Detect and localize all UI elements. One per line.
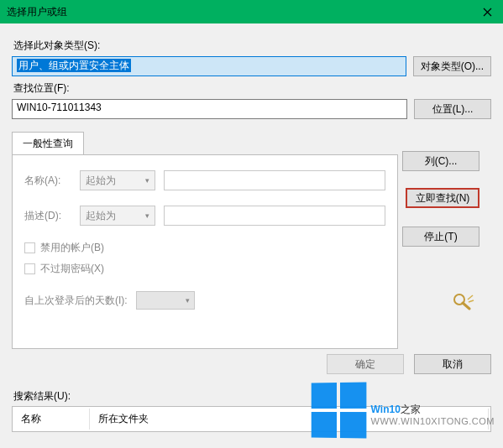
- name-condition-combo[interactable]: 起始为 ▾: [80, 170, 155, 190]
- object-type-field[interactable]: 用户、组或内置安全主体: [12, 56, 406, 76]
- ok-button[interactable]: 确定: [327, 354, 404, 374]
- search-icon: [451, 292, 474, 313]
- find-now-button[interactable]: 立即查找(N): [406, 188, 479, 208]
- chevron-down-icon: ▾: [145, 211, 149, 220]
- location-label: 查找位置(F):: [13, 81, 491, 96]
- stop-button[interactable]: 停止(T): [402, 227, 479, 247]
- non-expiring-checkbox[interactable]: [24, 263, 35, 274]
- watermark-title: Win10之家: [371, 394, 495, 417]
- watermark: Win10之家 WWW.WIN10XITONG.COM: [311, 383, 495, 438]
- close-icon: [483, 8, 492, 17]
- common-queries-panel: 名称(A): 起始为 ▾ 描述(D): 起始为 ▾ 禁用的帐户(B): [12, 154, 398, 349]
- days-since-logon-combo[interactable]: ▾: [136, 291, 195, 310]
- windows-logo-icon: [311, 382, 366, 438]
- description-input[interactable]: [164, 206, 385, 226]
- description-label: 描述(D):: [24, 209, 71, 223]
- titlebar: 选择用户或组: [0, 0, 503, 23]
- columns-button[interactable]: 列(C)...: [402, 151, 479, 171]
- dialog-body: 选择此对象类型(S): 用户、组或内置安全主体 对象类型(O)... 查找位置(…: [0, 23, 503, 432]
- chevron-down-icon: ▾: [186, 296, 190, 305]
- days-since-logon-label: 自上次登录后的天数(I):: [24, 294, 128, 308]
- object-types-button[interactable]: 对象类型(O)...: [413, 56, 491, 76]
- object-type-label: 选择此对象类型(S):: [13, 39, 491, 53]
- chevron-down-icon: ▾: [145, 176, 149, 185]
- description-condition-combo[interactable]: 起始为 ▾: [80, 206, 155, 226]
- location-field[interactable]: WIN10-711011343: [12, 99, 407, 119]
- disabled-accounts-checkbox[interactable]: [24, 242, 35, 253]
- name-label: 名称(A):: [24, 174, 71, 188]
- non-expiring-label: 不过期密码(X): [40, 262, 104, 276]
- locations-button[interactable]: 位置(L)...: [414, 99, 491, 119]
- window-title: 选择用户或组: [7, 5, 67, 19]
- watermark-url: WWW.WIN10XITONG.COM: [371, 417, 495, 427]
- results-col-name[interactable]: 名称: [14, 409, 90, 430]
- disabled-accounts-label: 禁用的帐户(B): [40, 241, 104, 255]
- tab-common-queries[interactable]: 一般性查询: [12, 132, 84, 155]
- cancel-button[interactable]: 取消: [414, 354, 491, 374]
- name-input[interactable]: [164, 170, 385, 190]
- close-button[interactable]: [471, 0, 503, 23]
